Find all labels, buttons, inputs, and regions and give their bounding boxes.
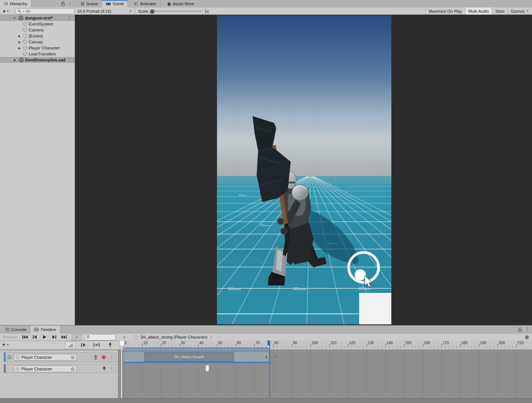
animation-clip[interactable]: 2H_Heavy Smash <box>144 352 234 362</box>
mute-audio-button[interactable]: Mute Audio <box>465 7 492 15</box>
frame-field[interactable] <box>85 334 116 340</box>
hierarchy-item-enviro[interactable]: ▶[Enviro] <box>0 33 75 39</box>
lock-icon[interactable] <box>61 1 65 6</box>
scale-value: 1x <box>205 9 209 13</box>
ui-action-button[interactable] <box>359 293 391 324</box>
hierarchy-search[interactable]: ▼ <box>15 8 75 14</box>
marker-pin-toggle[interactable] <box>105 341 115 349</box>
hierarchy-item-camera[interactable]: Camera <box>0 27 75 33</box>
add-track-button[interactable]: +▼ <box>2 342 9 348</box>
timeline-end-marker[interactable] <box>267 340 270 345</box>
hierarchy-item-eventsystem[interactable]: EventSystem <box>0 21 75 27</box>
scale-slider-knob[interactable] <box>150 9 155 14</box>
track-binding-field[interactable]: Player Character <box>14 366 77 372</box>
foldout-closed-icon[interactable]: ▶ <box>13 58 17 62</box>
edit-mode-ripple-button[interactable] <box>91 341 102 349</box>
animation-track-icon <box>7 355 12 360</box>
unity-editor-window: Hierarchy ⋮ +▼ ▼ ▼ <box>0 0 532 403</box>
avatar-mask-icon[interactable] <box>94 355 98 360</box>
track-binding-field[interactable]: Player Character <box>14 354 77 361</box>
search-filter-caret-icon: ▼ <box>22 10 25 12</box>
playhead-marker[interactable] <box>119 340 125 348</box>
hierarchy-item-leantransition[interactable]: LeanTransition <box>0 51 75 57</box>
tab-console[interactable]: Console <box>1 325 30 334</box>
track-binding-name: Player Character <box>21 355 69 360</box>
tab-asset-store[interactable]: Asset Store <box>163 0 198 7</box>
curves-view-toggle[interactable] <box>65 341 76 349</box>
gizmos-caret-icon: ▼ <box>526 10 529 12</box>
scene-menu-icon[interactable]: ⋮ <box>67 15 72 21</box>
ruler-label: 110 <box>330 341 336 345</box>
clip-lane[interactable] <box>234 352 269 362</box>
scale-slider[interactable] <box>151 11 202 12</box>
create-object-button[interactable]: +▼ <box>0 8 10 14</box>
game-tab-icon <box>106 2 111 6</box>
frame-input[interactable] <box>85 334 114 339</box>
play-range-button[interactable] <box>72 334 82 340</box>
object-picker-icon[interactable] <box>71 355 75 360</box>
stats-button[interactable]: Stats <box>492 7 508 15</box>
scene-name: dungeon-test* <box>25 15 53 21</box>
edit-mode-mix-button[interactable] <box>79 341 89 349</box>
timeline-end-line <box>269 340 270 398</box>
foldout-closed-icon[interactable]: ▶ <box>18 46 21 50</box>
timeline-ruler[interactable]: 0102030405060708090100110120130140150160… <box>119 340 532 350</box>
dontdestroy-name: DontDestroyOnLoad <box>25 57 65 63</box>
track-menu-icon[interactable]: ⋮ <box>110 355 114 360</box>
ruler-label: 140 <box>386 341 393 345</box>
timeline-settings-gear-icon[interactable] <box>525 335 532 340</box>
play-button[interactable] <box>40 334 49 340</box>
foldout-open-icon[interactable]: ▼ <box>13 16 16 20</box>
timeline-content[interactable]: Player Character ⋮ Player Character <box>0 349 532 398</box>
horizontal-scrollbar[interactable] <box>0 398 532 403</box>
preview-toggle[interactable]: Preview <box>0 335 20 339</box>
joystick-knob[interactable] <box>355 269 366 281</box>
hierarchy-item-player-character[interactable]: ▶Player Character <box>0 45 75 51</box>
clip-lane[interactable] <box>123 352 144 362</box>
foldout-closed-icon[interactable]: ▶ <box>18 34 21 38</box>
ruler-label: 130 <box>368 341 374 345</box>
pin-icon[interactable] <box>102 366 106 371</box>
tab-animator[interactable]: Animator <box>130 0 160 7</box>
hierarchy-icon <box>4 2 8 6</box>
previous-frame-button[interactable] <box>30 334 40 340</box>
ruler-label: 60 <box>237 341 241 345</box>
search-input[interactable] <box>26 9 72 13</box>
aspect-ratio-dropdown[interactable]: 16:9 Portrait (9:16) ▼ <box>75 7 135 15</box>
maximize-on-play-button[interactable]: Maximize On Play <box>425 7 465 15</box>
gizmos-dropdown[interactable]: Gizmos▼ <box>508 7 532 15</box>
tab-game[interactable]: Game <box>102 0 128 7</box>
object-picker-icon[interactable] <box>71 367 75 371</box>
scale-label: Scale <box>138 9 149 13</box>
track2-key-marker[interactable] <box>205 365 209 372</box>
go-to-end-button[interactable] <box>59 334 69 340</box>
scene-row[interactable]: ▼ dungeon-test* ⋮ <box>0 15 75 21</box>
track-header-2[interactable]: Player Character ⋮ <box>4 364 117 373</box>
dontdestroy-menu-icon[interactable]: ⋮ <box>67 57 72 63</box>
tab-hierarchy[interactable]: Hierarchy <box>0 0 31 7</box>
gameobject-cube-icon <box>23 28 27 32</box>
gameobject-cube-icon <box>23 46 27 50</box>
dontdestroy-row[interactable]: ▶ DontDestroyOnLoad ⋮ <box>0 57 75 63</box>
track-menu-icon[interactable]: ⋮ <box>110 366 114 371</box>
timeline-options-caret[interactable]: ▼ <box>121 334 128 340</box>
game-viewport[interactable] <box>217 15 391 324</box>
timeline-asset-title: 2H_attack_strong (Player Character) <box>140 335 207 339</box>
animation-track-header[interactable]: Player Character ⋮ <box>4 352 117 362</box>
lock-icon[interactable] <box>518 327 522 332</box>
next-frame-button[interactable] <box>49 334 59 340</box>
hierarchy-menu-icon[interactable]: ⋮ <box>68 1 73 6</box>
sky <box>217 15 391 176</box>
ruler-label: 90 <box>293 341 297 345</box>
item-label: Camera <box>29 27 43 33</box>
foldout-closed-icon[interactable]: ▶ <box>18 40 21 44</box>
go-to-start-button[interactable] <box>20 334 30 340</box>
record-button[interactable] <box>101 355 106 360</box>
timeline-menu-icon[interactable]: ⋮ <box>525 327 530 332</box>
hierarchy-item-canvas[interactable]: ▶Canvas <box>0 39 75 45</box>
tab-scene[interactable]: Scene <box>77 0 102 7</box>
ruler-label: 160 <box>424 341 430 345</box>
tab-timeline[interactable]: Timeline <box>30 325 60 334</box>
track-color-stripe <box>4 364 6 373</box>
timeline-breadcrumb[interactable]: 2H_attack_strong (Player Character) <box>134 335 213 339</box>
